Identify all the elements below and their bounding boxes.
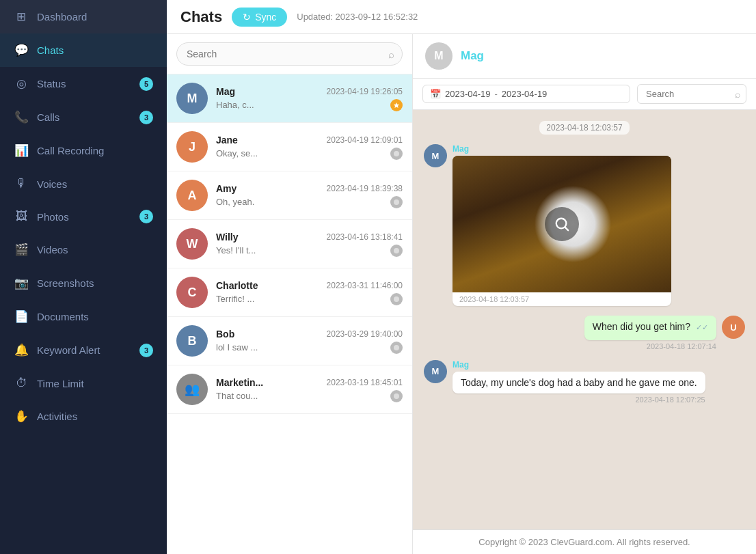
msg-sender-name: Mag [453, 360, 705, 370]
sidebar-label-screenshots: Screenshots [37, 277, 153, 289]
sidebar-item-time-limit[interactable]: ⏱ Time Limit [0, 367, 167, 400]
msg-bubble-wrap-sent: When did you get him? ✓✓ 2023-04-18 12:0… [584, 316, 716, 350]
msg-bubble-wrap: Mag 2023-04-18 12:03:57 [453, 144, 671, 306]
sidebar-item-chats[interactable]: 💬 Chats [0, 33, 167, 67]
date-range[interactable]: 📅 2023-04-19 - 2023-04-19 [422, 85, 630, 103]
chat-name-willy: Willy [216, 232, 239, 243]
chat-time-jane: 2023-04-19 12:09:01 [327, 135, 403, 145]
chat-badge-jane [390, 148, 403, 160]
sidebar-icon-keyword-alert: 🔔 [14, 343, 29, 357]
chat-item-charlotte[interactable]: C Charlotte 2023-03-31 11:46:00 Terrific… [167, 268, 412, 317]
top-header: Chats ↻ Sync Updated: 2023-09-12 16:52:3… [167, 0, 756, 34]
msg-row-sent: U When did you get him? ✓✓ 2023-04-18 12… [424, 316, 745, 350]
msg-row-received: M Mag Today, my uncle's dog had a baby a… [424, 360, 745, 404]
msg-image-container[interactable] [453, 156, 671, 292]
chat-avatar-willy: W [176, 228, 208, 260]
svg-point-6 [394, 393, 399, 399]
chat-preview-marketing: That cou... [216, 391, 390, 401]
content-area: ⌕ M Mag 2023-04-19 19:26:05 Haha, c... J… [167, 34, 756, 554]
sidebar-label-time-limit: Time Limit [37, 378, 153, 389]
chat-badge-willy [390, 245, 403, 257]
sidebar-icon-dashboard: ⊞ [14, 10, 29, 24]
sidebar-icon-videos: 🎬 [14, 243, 29, 257]
sidebar-item-screenshots[interactable]: 📷 Screenshots [0, 266, 167, 300]
chat-preview-willy: Yes! I'll t... [216, 245, 390, 255]
sidebar-item-keyword-alert[interactable]: 🔔 Keyword Alert 3 [0, 333, 167, 367]
chat-time-marketing: 2023-03-19 18:45:01 [327, 378, 403, 387]
chat-name-amy: Amy [216, 183, 237, 194]
date-from: 2023-04-19 [445, 89, 491, 99]
page-title: Chats [180, 8, 222, 26]
chat-badge-bob [390, 342, 403, 354]
sidebar-label-chats: Chats [37, 44, 153, 56]
chat-avatar-charlotte: C [176, 277, 208, 308]
sidebar-item-dashboard[interactable]: ⊞ Dashboard [0, 0, 167, 33]
chat-time-amy: 2023-04-19 18:39:38 [327, 184, 403, 193]
sidebar-item-calls[interactable]: 📞 Calls 3 [0, 100, 167, 134]
chat-avatar-amy: A [176, 180, 208, 211]
svg-point-5 [394, 345, 399, 350]
chat-search-wrap: ⌕ [176, 42, 403, 66]
sidebar-icon-time-limit: ⏱ [14, 376, 29, 390]
chat-badge-marketing [390, 390, 403, 402]
sidebar-badge-keyword-alert: 3 [139, 344, 153, 357]
chat-item-mag[interactable]: M Mag 2023-04-19 19:26:05 Haha, c... [167, 74, 412, 123]
sidebar-item-documents[interactable]: 📄 Documents [0, 300, 167, 333]
sidebar-label-keyword-alert: Keyword Alert [37, 344, 131, 356]
chat-info-bob: Bob 2023-03-29 19:40:00 lol I saw ... [216, 329, 403, 354]
chat-info-marketing: Marketin... 2023-03-19 18:45:01 That cou… [216, 377, 403, 402]
svg-line-8 [565, 227, 569, 231]
sidebar-label-documents: Documents [37, 311, 153, 322]
detail-search-input[interactable] [637, 84, 746, 104]
svg-point-4 [394, 296, 399, 302]
chat-info-mag: Mag 2023-04-19 19:26:05 Haha, c... [216, 86, 403, 111]
play-overlay[interactable] [545, 207, 579, 241]
sidebar-item-videos[interactable]: 🎬 Videos [0, 233, 167, 266]
chat-time-willy: 2023-04-16 13:18:41 [327, 232, 403, 242]
msg-image-bubble: 2023-04-18 12:03:57 [453, 156, 671, 306]
chat-preview-jane: Okay, se... [216, 148, 390, 158]
sync-icon: ↻ [243, 12, 251, 23]
calendar-icon: 📅 [430, 89, 441, 99]
sidebar-item-call-recording[interactable]: 📊 Call Recording [0, 134, 167, 167]
chat-search-input[interactable] [176, 42, 403, 66]
chat-badge-charlotte [390, 293, 403, 305]
sidebar-badge-calls: 3 [139, 111, 153, 124]
sync-button[interactable]: ↻ Sync [232, 8, 287, 27]
svg-point-2 [394, 199, 399, 205]
detail-avatar: M [425, 42, 453, 70]
detail-search-wrap: ⌕ [637, 84, 746, 104]
sidebar-item-activities[interactable]: ✋ Activities [0, 400, 167, 433]
chat-avatar-jane: J [176, 131, 208, 163]
sidebar-label-videos: Videos [37, 244, 153, 255]
sidebar-item-voices[interactable]: 🎙 Voices [0, 167, 167, 200]
chat-item-jane[interactable]: J Jane 2023-04-19 12:09:01 Okay, se... [167, 123, 412, 171]
sidebar-item-status[interactable]: ◎ Status 5 [0, 67, 167, 100]
sidebar-label-photos: Photos [37, 211, 131, 223]
chat-item-bob[interactable]: B Bob 2023-03-29 19:40:00 lol I saw ... [167, 317, 412, 365]
filter-bar: 📅 2023-04-19 - 2023-04-19 ⌕ [413, 79, 756, 110]
chat-time-charlotte: 2023-03-31 11:46:00 [327, 281, 403, 290]
chat-name-marketing: Marketin... [216, 377, 263, 388]
chat-name-jane: Jane [216, 135, 238, 146]
updated-text: Updated: 2023-09-12 16:52:32 [297, 12, 418, 22]
msg-sender-name: Mag [453, 144, 671, 154]
chat-detail-header: M Mag [413, 34, 756, 79]
msg-time: 2023-04-18 12:07:25 [636, 396, 705, 404]
sidebar-item-photos[interactable]: 🖼 Photos 3 [0, 200, 167, 233]
chat-item-willy[interactable]: W Willy 2023-04-16 13:18:41 Yes! I'll t.… [167, 220, 412, 268]
msg-row-received: M Mag 2023-04-18 12:03:57 [424, 144, 745, 306]
sidebar-badge-status: 5 [139, 77, 153, 91]
chat-item-amy[interactable]: A Amy 2023-04-19 18:39:38 Oh, yeah. [167, 171, 412, 220]
sidebar-label-call-recording: Call Recording [37, 145, 153, 156]
sidebar-label-status: Status [37, 78, 131, 89]
chat-time-mag: 2023-04-19 19:26:05 [327, 87, 403, 96]
msg-bubble-wrap: Mag Today, my uncle's dog had a baby and… [453, 360, 705, 404]
sidebar-icon-photos: 🖼 [14, 210, 29, 223]
chat-item-marketing[interactable]: 👥 Marketin... 2023-03-19 18:45:01 That c… [167, 365, 412, 414]
svg-marker-0 [394, 102, 399, 108]
chat-info-jane: Jane 2023-04-19 12:09:01 Okay, se... [216, 135, 403, 160]
sidebar-icon-activities: ✋ [14, 409, 29, 424]
chat-detail-panel: M Mag 📅 2023-04-19 - 2023-04-19 ⌕ 2023-0… [413, 34, 756, 554]
chat-badge-amy [390, 196, 403, 208]
